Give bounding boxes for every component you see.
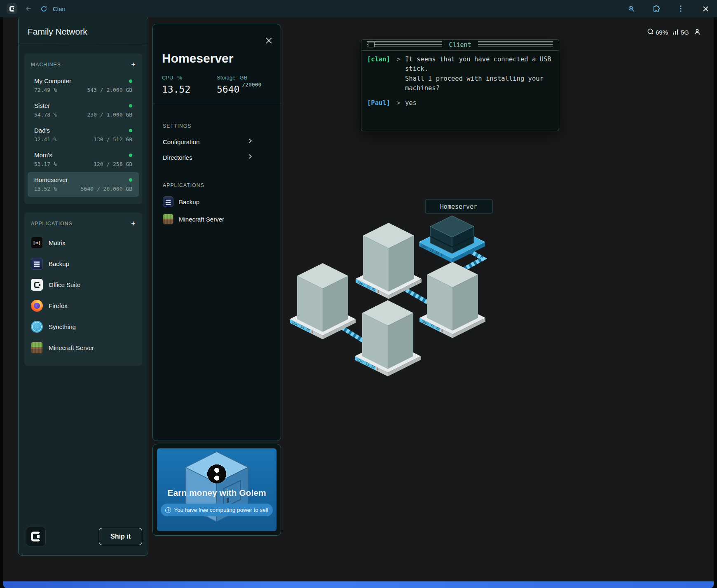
machine-storage: 120 / 256 GB xyxy=(94,161,132,167)
network-diagram: cpu: 13.52 % cpu: 32.41 % cpu: 72.49 % xyxy=(280,194,499,383)
page-title: Clan xyxy=(53,5,66,12)
user-icon xyxy=(694,28,701,36)
machine-storage: 543 / 2.000 GB xyxy=(87,87,132,93)
machine-detail-panel: Homeserver CPU % 13.52 Storage GB 5640 xyxy=(152,24,281,441)
online-dot xyxy=(129,178,132,182)
cpu-meter: CPU % 13.52 xyxy=(162,75,217,95)
close-panel-icon[interactable] xyxy=(264,36,273,45)
detail-application-item[interactable]: Backup xyxy=(163,193,271,210)
info-icon: i xyxy=(165,507,171,513)
machines-list: My Computer 72.49 % 543 / 2.000 GB Siste… xyxy=(24,73,142,197)
detail-application-item[interactable]: Minecraft Server xyxy=(163,210,271,228)
machine-storage: 230 / 1.000 GB xyxy=(87,112,132,118)
system-status-bar: 69% 5G xyxy=(647,28,701,36)
diagram-node-my-computer[interactable]: cpu: 72.49 % xyxy=(419,262,485,338)
settings-row[interactable]: Configuration xyxy=(163,134,253,149)
promo-pill: i You have free computing power to sell xyxy=(161,504,273,516)
backup-icon xyxy=(163,196,173,207)
machine-name: Mom's xyxy=(34,152,52,159)
golem-promo-card[interactable]: Earn money with Golem i You have free co… xyxy=(157,448,276,531)
settings-list: Configuration Directories xyxy=(163,134,271,165)
refresh-icon[interactable] xyxy=(39,4,49,14)
machine-name: Sister xyxy=(34,102,50,109)
machine-item[interactable]: Sister 54.78 % 230 / 1.000 GB xyxy=(28,98,139,123)
terminal-close-box[interactable] xyxy=(368,42,375,47)
application-item[interactable]: Office Suite xyxy=(24,274,142,295)
terminal-message: [clan] > It seems that you have connecte… xyxy=(367,56,553,93)
online-dot xyxy=(129,79,132,83)
diagram-node-dads[interactable]: cpu: 32.41 % xyxy=(356,223,422,299)
application-name: Minecraft Server xyxy=(179,216,224,223)
applications-card: APPLICATIONS + Matrix Backup xyxy=(24,212,142,366)
cpu-unit: % xyxy=(177,75,182,81)
detail-header: Homeserver CPU % 13.52 Storage GB 5640 xyxy=(153,24,281,103)
syncthing-icon xyxy=(31,321,43,333)
application-item[interactable]: Firefox xyxy=(24,295,142,316)
battery-percent: 69% xyxy=(656,29,668,36)
application-item[interactable]: Backup xyxy=(24,253,142,274)
homeserver-tooltip: Homeserver xyxy=(425,200,492,213)
settings-label: Configuration xyxy=(163,138,199,145)
chevron-right-icon xyxy=(248,138,253,145)
settings-header: SETTINGS xyxy=(163,123,271,129)
storage-value: 5640 xyxy=(217,84,239,95)
detail-title: Homeserver xyxy=(162,24,272,65)
application-name: Office Suite xyxy=(49,281,80,288)
machine-name: Dad's xyxy=(34,127,50,134)
terminal-titlebar[interactable]: Client xyxy=(361,40,559,51)
machine-item[interactable]: Mom's 53.17 % 120 / 256 GB xyxy=(28,147,139,172)
clan-logo-icon xyxy=(7,3,17,14)
menu-kebab-icon[interactable] xyxy=(676,4,686,14)
ship-it-button[interactable]: Ship it xyxy=(99,528,142,545)
machine-item[interactable]: Dad's 32.41 % 130 / 512 GB xyxy=(28,123,139,147)
backup-icon xyxy=(31,258,43,270)
application-item[interactable]: Matrix xyxy=(24,232,142,253)
terminal-message: [Paul] > yes xyxy=(367,99,553,108)
diagram-node-moms[interactable]: cpu: 53.17 % xyxy=(355,300,421,376)
browser-topbar: Clan xyxy=(0,0,717,17)
application-item[interactable]: Minecraft Server xyxy=(24,337,142,358)
tooltip-text: Homeserver xyxy=(440,203,477,210)
machine-storage: 130 / 512 GB xyxy=(94,136,132,142)
application-item[interactable]: Syncthing xyxy=(24,316,142,337)
detail-applications-list: Backup Minecraft Server xyxy=(163,193,271,228)
machine-item[interactable]: Homeserver 13.52 % 5640 / 20.000 GB xyxy=(28,172,139,197)
zoom-icon[interactable] xyxy=(626,4,636,14)
application-name: Backup xyxy=(49,260,69,267)
message-speaker: [Paul] xyxy=(367,99,392,108)
extensions-puzzle-icon[interactable] xyxy=(651,4,661,14)
online-dot xyxy=(129,154,132,157)
applications-list: Matrix Backup Office Suite Firef xyxy=(24,232,142,358)
online-dot xyxy=(129,104,132,107)
application-name: Matrix xyxy=(49,239,66,246)
promo-title: Earn money with Golem xyxy=(157,488,276,498)
settings-row[interactable]: Directories xyxy=(163,149,253,165)
message-prompt: > xyxy=(392,56,405,93)
add-machine-button[interactable]: + xyxy=(131,62,136,68)
machine-cpu: 54.78 % xyxy=(34,112,57,118)
terminal-title: Client xyxy=(449,41,471,49)
add-application-button[interactable]: + xyxy=(131,221,136,226)
storage-label: Storage xyxy=(217,75,236,81)
close-window-icon[interactable] xyxy=(701,4,710,14)
cpu-value: 13.52 xyxy=(162,84,190,95)
machine-storage: 5640 / 20.000 GB xyxy=(81,186,132,192)
online-dot xyxy=(129,129,132,132)
cpu-label: CPU xyxy=(162,75,173,81)
battery-icon xyxy=(647,28,654,36)
divider xyxy=(19,45,148,45)
application-name: Firefox xyxy=(49,302,68,309)
machine-cpu: 53.17 % xyxy=(34,161,57,167)
detail-applications-header: APPLICATIONS xyxy=(163,182,271,188)
machine-item[interactable]: My Computer 72.49 % 543 / 2.000 GB xyxy=(28,73,139,98)
application-name: Minecraft Server xyxy=(49,344,94,351)
signal-bars-icon xyxy=(673,29,679,36)
app-window: Clan 69% xyxy=(0,0,717,588)
promo-pill-text: You have free computing power to sell xyxy=(174,507,268,513)
machines-header: MACHINES xyxy=(31,62,61,68)
terminal-body: [clan] > It seems that you have connecte… xyxy=(361,51,559,119)
back-arrow-icon[interactable] xyxy=(23,4,33,14)
machine-name: Homeserver xyxy=(34,176,68,183)
minecraft-icon xyxy=(31,342,43,354)
machine-name: My Computer xyxy=(34,77,71,84)
